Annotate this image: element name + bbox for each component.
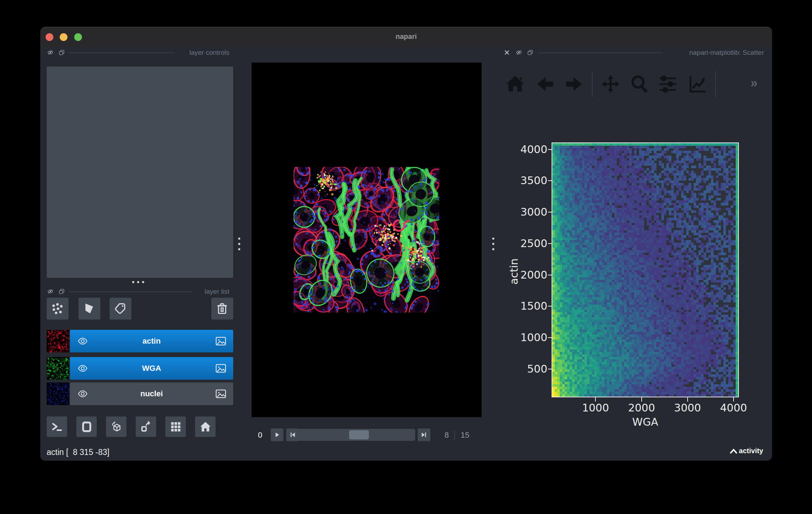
histogram-canvas[interactable] xyxy=(552,143,738,397)
titlebar: napari xyxy=(40,27,772,47)
play-icon xyxy=(273,431,281,438)
mpl-home-icon xyxy=(505,74,525,94)
y-tick-mark xyxy=(548,369,552,369)
y-tick-label: 1500 xyxy=(499,300,547,312)
y-tick-label: 4000 xyxy=(499,143,547,156)
left-splitter-handle[interactable] xyxy=(238,238,240,250)
chevron-up-icon xyxy=(730,448,737,454)
skip-start-icon xyxy=(289,431,296,438)
mpl-home-button[interactable] xyxy=(505,74,525,94)
layer-name: actin xyxy=(88,337,216,346)
plot-close-icon[interactable] xyxy=(504,49,510,56)
square-2d-icon xyxy=(81,421,93,433)
toolbar-expand-button[interactable]: » xyxy=(751,76,758,90)
mpl-pan-icon xyxy=(601,74,620,94)
ndisplay-2d-button[interactable] xyxy=(76,416,97,437)
layer-list-float-icon[interactable] xyxy=(59,288,65,294)
layer-controls-panel xyxy=(47,66,233,278)
visibility-eye-icon[interactable] xyxy=(78,337,88,345)
home-icon xyxy=(199,421,212,433)
dock-resize-handle[interactable] xyxy=(132,281,144,283)
status-coordinates: actin [ 8 315 -83] xyxy=(47,448,110,457)
y-tick-label: 3000 xyxy=(499,206,547,218)
microscopy-image[interactable] xyxy=(294,167,439,313)
play-button[interactable] xyxy=(271,428,283,441)
layer-thumbnail-actin[interactable] xyxy=(47,330,69,352)
new-points-layer-button[interactable] xyxy=(47,298,69,320)
visibility-eye-icon[interactable] xyxy=(78,390,88,398)
y-tick-mark xyxy=(548,243,552,244)
layer-controls-float-icon[interactable] xyxy=(59,49,65,56)
layer-controls-title: layer controls xyxy=(146,49,229,57)
dims-slider-handle[interactable] xyxy=(349,430,369,439)
mpl-forward-button[interactable] xyxy=(564,74,583,94)
reset-view-button[interactable] xyxy=(195,416,216,437)
mpl-forward-icon xyxy=(564,74,583,94)
layer-row-actin[interactable]: actin xyxy=(70,330,233,352)
y-tick-label: 2000 xyxy=(499,269,547,281)
transpose-dimensions-button[interactable] xyxy=(136,416,156,437)
new-shapes-layer-button[interactable] xyxy=(78,298,100,320)
new-labels-layer-button[interactable] xyxy=(110,298,131,320)
roll-dimensions-button[interactable] xyxy=(106,416,126,437)
viewer-canvas[interactable] xyxy=(252,63,482,417)
mpl-sliders-icon xyxy=(658,74,678,94)
grid-view-button[interactable] xyxy=(165,416,186,437)
toolbar-separator xyxy=(715,71,716,97)
plot-hide-icon[interactable] xyxy=(516,49,522,56)
layer-thumbnail-nuclei[interactable] xyxy=(47,382,69,405)
layer-row-nuclei[interactable]: nuclei xyxy=(70,382,233,405)
x-tick-mark xyxy=(733,397,734,402)
y-tick-label: 3500 xyxy=(499,174,547,187)
x-axis-label: WGA xyxy=(617,416,673,428)
toolbar-separator xyxy=(592,71,593,97)
mpl-customize-button[interactable] xyxy=(688,74,707,94)
mpl-zoom-icon xyxy=(629,74,649,94)
mpl-pan-button[interactable] xyxy=(601,74,620,94)
x-tick-mark xyxy=(687,397,688,402)
points-icon xyxy=(51,302,64,315)
console-button[interactable] xyxy=(47,416,67,437)
visibility-eye-icon[interactable] xyxy=(78,364,88,372)
y-tick-mark xyxy=(548,275,552,275)
mpl-subplots-button[interactable] xyxy=(658,74,678,94)
layer-row-wga[interactable]: WGA xyxy=(70,357,233,380)
image-layer-icon xyxy=(216,364,226,373)
y-tick-label: 500 xyxy=(499,363,547,375)
console-icon xyxy=(51,421,63,433)
x-tick-label: 1000 xyxy=(571,402,620,414)
mpl-back-icon xyxy=(536,74,555,94)
trash-icon xyxy=(216,302,229,315)
shapes-icon xyxy=(83,302,96,315)
skip-to-end-button[interactable] xyxy=(418,428,430,441)
x-tick-label: 3000 xyxy=(663,402,712,414)
layer-name: WGA xyxy=(88,364,216,373)
mpl-back-button[interactable] xyxy=(536,74,555,94)
delete-layer-button[interactable] xyxy=(211,298,233,320)
activity-label: activity xyxy=(739,447,763,455)
right-splitter-handle[interactable] xyxy=(492,238,494,250)
image-layer-icon xyxy=(216,337,226,346)
x-tick-mark xyxy=(595,397,596,402)
y-tick-mark xyxy=(548,149,552,150)
x-tick-label: 2000 xyxy=(617,402,666,414)
layer-thumbnail-wga[interactable] xyxy=(47,357,69,380)
layer-list-hide-icon[interactable] xyxy=(47,288,53,294)
mpl-zoom-button[interactable] xyxy=(629,74,649,94)
plot-float-icon[interactable] xyxy=(527,49,533,56)
y-tick-label: 2500 xyxy=(499,237,547,250)
activity-button[interactable]: activity xyxy=(730,447,763,455)
y-tick-label: 1000 xyxy=(499,331,547,344)
dims-slider-track[interactable] xyxy=(295,429,415,441)
layer-controls-hide-icon[interactable] xyxy=(47,49,53,56)
y-tick-mark xyxy=(548,337,552,338)
skip-end-icon xyxy=(420,431,428,438)
layer-name: nuclei xyxy=(88,389,216,398)
window-title: napari xyxy=(40,33,772,41)
x-tick-label: 4000 xyxy=(709,402,758,414)
step-separator xyxy=(454,431,455,440)
y-tick-mark xyxy=(548,306,552,306)
plot-panel-title: napari-matplotlib: Scatter xyxy=(669,49,764,57)
current-step-label: 8 xyxy=(441,429,452,441)
mpl-axes-chart-icon xyxy=(688,74,707,94)
